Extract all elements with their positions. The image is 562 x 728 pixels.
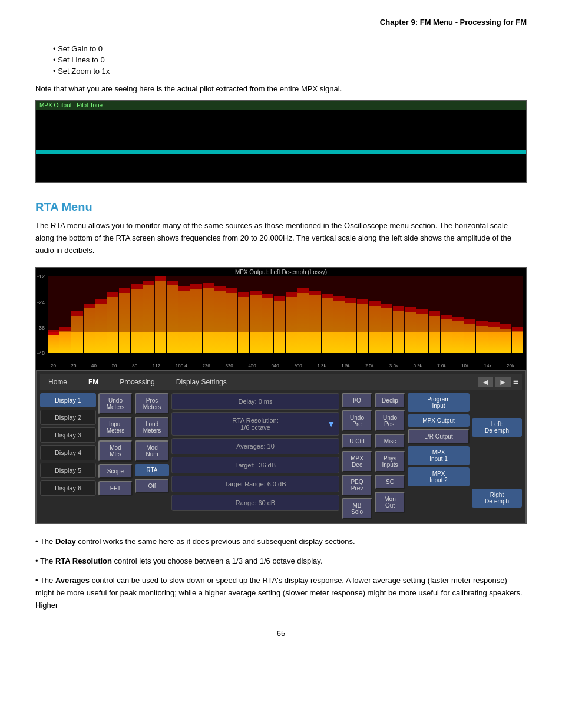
display-1-button[interactable]: Display 1 bbox=[40, 393, 96, 407]
bullet-rta-resolution-text: control lets you choose between a 1/3 an… bbox=[112, 556, 323, 565]
display-3-button[interactable]: Display 3 bbox=[40, 427, 96, 443]
rta-display-container: MPX Output: Left De-emph (Lossy) -12 -24… bbox=[35, 267, 527, 524]
bullet-item-3: Set Zoom to 1x bbox=[53, 67, 527, 75]
misc-button[interactable]: Misc bbox=[375, 434, 405, 449]
rta-resolution-control[interactable]: RTA Resolution:1/6 octave ▼ bbox=[171, 412, 339, 436]
scope-display: MPX Output - Pilot Tone bbox=[35, 100, 527, 183]
scope-button[interactable]: Scope bbox=[98, 464, 133, 479]
nav-fm[interactable]: FM bbox=[84, 377, 103, 387]
scope-title: MPX Output - Pilot Tone bbox=[36, 101, 526, 110]
input-meters-button[interactable]: InputMeters bbox=[98, 417, 133, 438]
bullet-delay-label: Delay bbox=[55, 537, 76, 546]
bullet-averages-text: control can be used to slow down or spee… bbox=[35, 576, 523, 610]
rta-button[interactable]: RTA bbox=[135, 464, 169, 476]
right-deemph-button[interactable]: RightDe-emph bbox=[472, 489, 522, 508]
nav-display-settings[interactable]: Display Settings bbox=[171, 377, 232, 387]
u-ctrl-button[interactable]: U Ctrl bbox=[342, 434, 372, 449]
display-5-button[interactable]: Display 5 bbox=[40, 463, 96, 478]
proc-column: ProcMeters LoudMeters ModNum RTA Off bbox=[135, 393, 169, 519]
rta-y-labels: -12 -24 -36 -48 bbox=[37, 274, 45, 356]
mpx-dec-button[interactable]: MPXDec bbox=[342, 451, 372, 472]
undo-post-button[interactable]: UndoPost bbox=[375, 410, 405, 431]
mb-solo-button[interactable]: MBSolo bbox=[342, 498, 372, 519]
bullet-list: Set Gain to 0 Set Lines to 0 Set Zoom to… bbox=[53, 44, 527, 75]
chapter-header: Chapter 9: FM Menu - Processing for FM bbox=[35, 18, 527, 27]
rta-description: The RTA menu allows you to monitor many … bbox=[35, 220, 527, 256]
display-2-button[interactable]: Display 2 bbox=[40, 410, 96, 425]
undo-pre-button[interactable]: UndoPre bbox=[342, 410, 372, 431]
bullet-delay-text: control works the same here as it does p… bbox=[76, 537, 355, 546]
sc-button[interactable]: SC bbox=[375, 475, 405, 489]
rta-x-labels: 20 25 40 56 80 112 160.4 226 320 450 640… bbox=[36, 362, 526, 370]
program-column: ProgramInput MPX Output L/R Output MPXIn… bbox=[408, 393, 470, 519]
chapter-title: Chapter 9: FM Menu - Processing for FM bbox=[380, 18, 527, 27]
panel-nav-bar: Home FM Processing Display Settings ◄ ► … bbox=[40, 374, 522, 390]
lr-output-button[interactable]: L/R Output bbox=[408, 429, 470, 444]
peq-prev-button[interactable]: PEQPrev bbox=[342, 475, 372, 496]
target-control[interactable]: Target: -36 dB bbox=[171, 457, 339, 473]
scope-signal-line bbox=[36, 150, 526, 154]
io-column: I/O UndoPre U Ctrl MPXDec PEQPrev MBSolo bbox=[342, 393, 372, 519]
display-6-button[interactable]: Display 6 bbox=[40, 480, 96, 496]
bullet-averages-label: Averages bbox=[55, 576, 90, 585]
rta-section-heading: RTA Menu bbox=[35, 200, 527, 214]
averages-control[interactable]: Averages: 10 bbox=[171, 438, 339, 454]
loud-meters-button[interactable]: LoudMeters bbox=[135, 417, 169, 438]
right-btns-column: Declip UndoPost Misc PhysInputs SC MonOu… bbox=[375, 393, 405, 519]
left-deemph-button[interactable]: Left:De-emph bbox=[472, 418, 522, 437]
mod-mtrs-button[interactable]: ModMtrs bbox=[98, 440, 133, 462]
mpx-output-button[interactable]: MPX Output bbox=[408, 414, 470, 427]
nav-menu-icon[interactable]: ≡ bbox=[513, 377, 518, 387]
bullet-rta-resolution: • The RTA Resolution control lets you ch… bbox=[35, 555, 527, 568]
bullet-item-1: Set Gain to 0 bbox=[53, 44, 527, 53]
display-buttons-column: Display 1 Display 2 Display 3 Display 4 … bbox=[40, 393, 96, 519]
io-button[interactable]: I/O bbox=[342, 393, 372, 408]
range-control[interactable]: Range: 60 dB bbox=[171, 495, 339, 511]
bullet-averages: • The Averages control can be used to sl… bbox=[35, 575, 527, 611]
off-button[interactable]: Off bbox=[135, 479, 169, 493]
page-number: 65 bbox=[35, 629, 527, 638]
mod-num-button[interactable]: ModNum bbox=[135, 440, 169, 462]
undo-meters-button[interactable]: UndoMeters bbox=[98, 393, 133, 414]
bullet-item-2: Set Lines to 0 bbox=[53, 55, 527, 64]
rta-chart-title: MPX Output: Left De-emph (Lossy) bbox=[235, 269, 327, 275]
delay-control[interactable]: Delay: 0 ms bbox=[171, 393, 339, 410]
nav-back-arrow[interactable]: ◄ bbox=[478, 377, 493, 387]
note-text: Note that what you are seeing here is th… bbox=[35, 84, 527, 93]
center-controls: Delay: 0 ms RTA Resolution:1/6 octave ▼ … bbox=[171, 393, 339, 519]
program-input-button[interactable]: ProgramInput bbox=[408, 393, 470, 412]
mpx-input-1-button[interactable]: MPXInput 1 bbox=[408, 446, 470, 465]
bullet-delay: • The Delay control works the same here … bbox=[35, 536, 527, 548]
fft-button[interactable]: FFT bbox=[98, 481, 133, 496]
nav-forward-arrow[interactable]: ► bbox=[495, 377, 511, 387]
target-range-control[interactable]: Target Range: 6.0 dB bbox=[171, 476, 339, 492]
mpx-input-2-button[interactable]: MPXInput 2 bbox=[408, 467, 470, 486]
far-right-column: Left:De-emph RightDe-emph bbox=[472, 393, 522, 519]
nav-processing[interactable]: Processing bbox=[115, 377, 159, 387]
dropdown-arrow-icon: ▼ bbox=[327, 419, 335, 429]
nav-arrows: ◄ ► ≡ bbox=[478, 377, 518, 387]
bullet-rta-resolution-label: RTA Resolution bbox=[55, 556, 112, 565]
proc-meters-button[interactable]: ProcMeters bbox=[135, 393, 169, 414]
nav-home[interactable]: Home bbox=[44, 377, 72, 387]
bottom-bullets: • The Delay control works the same here … bbox=[35, 536, 527, 611]
mon-out-button[interactable]: MonOut bbox=[375, 492, 405, 513]
display-4-button[interactable]: Display 4 bbox=[40, 445, 96, 460]
rta-chart: MPX Output: Left De-emph (Lossy) -12 -24… bbox=[36, 268, 526, 362]
declip-button[interactable]: Declip bbox=[375, 393, 405, 408]
meters-column: UndoMeters InputMeters ModMtrs Scope FFT bbox=[98, 393, 133, 519]
rta-bars bbox=[48, 276, 523, 353]
panel-main-row: Display 1 Display 2 Display 3 Display 4 … bbox=[40, 393, 522, 519]
control-panel: Home FM Processing Display Settings ◄ ► … bbox=[36, 370, 526, 523]
phys-inputs-button[interactable]: PhysInputs bbox=[375, 451, 405, 472]
